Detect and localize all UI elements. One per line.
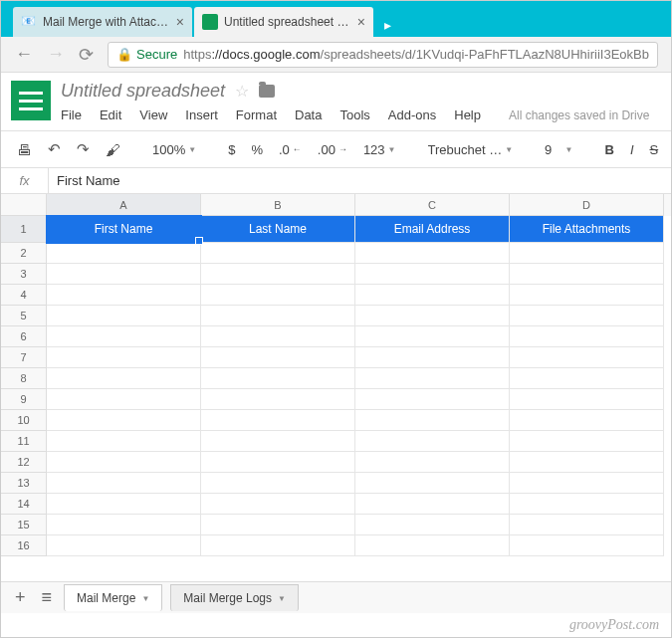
chevron-down-icon[interactable]: ▼: [141, 594, 149, 603]
cell[interactable]: [201, 452, 355, 473]
row-header[interactable]: 9: [1, 389, 47, 410]
close-icon[interactable]: ×: [176, 14, 184, 30]
cell[interactable]: [355, 347, 510, 368]
select-all-corner[interactable]: [1, 194, 47, 216]
row-header[interactable]: 2: [1, 243, 47, 264]
cell[interactable]: [355, 535, 510, 556]
cell[interactable]: Email Address: [355, 216, 510, 243]
cell[interactable]: [510, 285, 664, 306]
cell[interactable]: [201, 494, 355, 515]
cell[interactable]: [355, 452, 510, 473]
row-header[interactable]: 12: [1, 452, 47, 473]
document-title[interactable]: Untitled spreadsheet: [61, 81, 225, 102]
menu-file[interactable]: File: [61, 107, 82, 122]
menu-tools[interactable]: Tools: [339, 107, 369, 122]
currency-button[interactable]: $: [222, 138, 241, 161]
menu-help[interactable]: Help: [454, 107, 481, 122]
row-header[interactable]: 11: [1, 431, 47, 452]
all-sheets-button[interactable]: ≡: [38, 587, 57, 608]
cell[interactable]: [47, 347, 201, 368]
cell[interactable]: [47, 515, 201, 535]
redo-icon[interactable]: ↷: [71, 136, 96, 162]
bold-button[interactable]: B: [599, 138, 620, 161]
row-header[interactable]: 3: [1, 264, 47, 285]
add-sheet-button[interactable]: +: [11, 587, 30, 608]
cell[interactable]: [355, 306, 510, 326]
row-header[interactable]: 1: [1, 216, 47, 243]
print-icon[interactable]: 🖶: [11, 137, 38, 162]
cell[interactable]: [510, 264, 664, 285]
cell[interactable]: [510, 306, 664, 326]
cell[interactable]: [510, 368, 664, 389]
cell[interactable]: [510, 431, 664, 452]
cell[interactable]: [47, 431, 201, 452]
menu-data[interactable]: Data: [295, 107, 322, 122]
cell[interactable]: [201, 431, 355, 452]
cell[interactable]: [201, 326, 355, 347]
sheet-tab-0[interactable]: Mail Merge ▼: [64, 584, 162, 611]
back-icon[interactable]: ←: [15, 44, 33, 65]
text-color-button[interactable]: A: [668, 137, 672, 162]
cell[interactable]: [510, 473, 664, 494]
cell[interactable]: [355, 368, 510, 389]
cell[interactable]: [47, 243, 201, 264]
url-input[interactable]: 🔒 Secure https://docs.google.com/spreads…: [108, 42, 658, 68]
cell[interactable]: [47, 264, 201, 285]
italic-button[interactable]: I: [624, 138, 640, 161]
row-header[interactable]: 15: [1, 515, 47, 535]
cell[interactable]: [47, 410, 201, 431]
cell[interactable]: [201, 306, 355, 326]
increase-decimal-button[interactable]: .00→: [312, 138, 353, 161]
number-format-dropdown[interactable]: 123 ▼: [357, 138, 402, 161]
paint-format-icon[interactable]: 🖌: [100, 137, 126, 162]
cell[interactable]: File Attachments: [510, 216, 664, 243]
cell[interactable]: [510, 410, 664, 431]
col-header-c[interactable]: C: [355, 194, 510, 216]
cell[interactable]: [510, 243, 664, 264]
browser-tab-1[interactable]: Untitled spreadsheet - G ×: [194, 7, 373, 37]
cell[interactable]: Last Name: [201, 216, 355, 243]
sheet-tab-1[interactable]: Mail Merge Logs ▼: [170, 584, 299, 611]
cell[interactable]: [201, 347, 355, 368]
row-header[interactable]: 7: [1, 347, 47, 368]
cell[interactable]: [355, 431, 510, 452]
cell[interactable]: [510, 535, 664, 556]
menu-view[interactable]: View: [139, 107, 167, 122]
cell[interactable]: [201, 368, 355, 389]
cell[interactable]: [201, 264, 355, 285]
row-header[interactable]: 6: [1, 326, 47, 347]
cell[interactable]: [510, 494, 664, 515]
cell[interactable]: [201, 410, 355, 431]
row-header[interactable]: 5: [1, 306, 47, 326]
col-header-d[interactable]: D: [510, 194, 664, 216]
cell[interactable]: [355, 264, 510, 285]
cell[interactable]: [201, 243, 355, 264]
cell[interactable]: [201, 389, 355, 410]
cell[interactable]: [355, 243, 510, 264]
menu-insert[interactable]: Insert: [185, 107, 218, 122]
row-header[interactable]: 8: [1, 368, 47, 389]
cell[interactable]: [355, 410, 510, 431]
col-header-b[interactable]: B: [201, 194, 355, 216]
new-tab-button[interactable]: ▸: [375, 13, 399, 37]
zoom-dropdown[interactable]: 100% ▼: [146, 138, 202, 161]
formula-input[interactable]: First Name: [49, 173, 120, 188]
sheets-logo-icon[interactable]: [11, 81, 51, 120]
cell[interactable]: [47, 306, 201, 326]
menu-edit[interactable]: Edit: [100, 107, 121, 122]
chevron-down-icon[interactable]: ▼: [278, 594, 286, 603]
reload-icon[interactable]: ⟳: [79, 44, 94, 66]
cell[interactable]: [355, 473, 510, 494]
menu-format[interactable]: Format: [236, 107, 277, 122]
cell[interactable]: [201, 473, 355, 494]
cell[interactable]: [47, 452, 201, 473]
cell[interactable]: First Name: [47, 216, 201, 243]
cell[interactable]: [355, 326, 510, 347]
cell[interactable]: [510, 347, 664, 368]
folder-icon[interactable]: [259, 85, 275, 98]
cell[interactable]: [510, 389, 664, 410]
cell[interactable]: [47, 473, 201, 494]
cell[interactable]: [510, 452, 664, 473]
cell[interactable]: [47, 389, 201, 410]
cell[interactable]: [355, 494, 510, 515]
